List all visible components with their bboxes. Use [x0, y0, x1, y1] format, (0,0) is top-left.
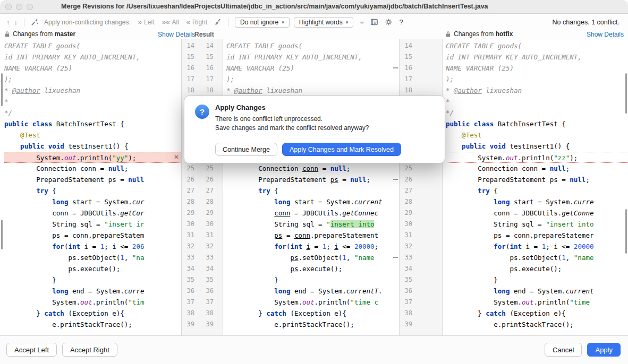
code-token: PreparedStatement ps =: [4, 176, 128, 184]
highlight-mode-dropdown[interactable]: Highlight words ▾: [294, 17, 354, 28]
apply-nonconflicting-button[interactable]: [31, 18, 39, 26]
code-token: "name: [574, 254, 594, 262]
gutter-line: 2727: [182, 185, 223, 196]
help-button[interactable]: ?: [399, 18, 403, 26]
gutter-line: 26: [400, 174, 442, 185]
left-code-panel[interactable]: CREATE TABLE goods(id INT PRIMARY KEY AU…: [0, 39, 181, 335]
gutter-line: 3434: [182, 263, 223, 274]
code-line: ps = conn.prepareStatement: [226, 230, 399, 241]
code-line: }: [226, 274, 399, 285]
code-line: for(int i = 1; i <= 20000: [446, 241, 628, 252]
show-details-link-left[interactable]: Show Details: [158, 31, 195, 38]
line-number: 30: [401, 219, 412, 230]
apply-all-button[interactable]: »« All: [162, 18, 179, 26]
code-token: ps: [290, 265, 298, 273]
code-token: */: [4, 109, 12, 117]
result-code-panel[interactable]: CREATE TABLE goods(id INT PRIMARY KEY AU…: [223, 39, 399, 335]
settings-button[interactable]: [385, 18, 393, 26]
gutter-line: 29: [400, 207, 442, 219]
apply-right-label: Right: [192, 19, 207, 26]
code-line: public class BatchInsertTest {: [446, 118, 628, 129]
code-token: CREATE TABLE goods(: [226, 42, 302, 50]
scrollbar-mark[interactable]: [1, 73, 3, 106]
ignore-policy-dropdown[interactable]: Do not ignore ▾: [235, 17, 290, 28]
conflict-dismiss-icon[interactable]: ✕: [174, 152, 179, 163]
show-details-link-right[interactable]: Show Details: [587, 31, 624, 38]
left-panel-title: Changes from master: [13, 30, 75, 38]
code-token: .println(: [315, 298, 351, 306]
toolbar: ↑ ↓ Apply non-conflicting changes: » Lef…: [0, 14, 628, 30]
editor-settings-button[interactable]: [370, 18, 378, 26]
code-token: "name: [354, 254, 375, 262]
next-difference-button[interactable]: ↓: [14, 18, 18, 26]
gutter-line: 3333: [182, 252, 223, 263]
close-button[interactable]: [5, 4, 12, 10]
code-line: @Test: [446, 129, 628, 141]
code-token: i =: [522, 242, 542, 250]
toolbar-divider: [24, 18, 24, 27]
code-line: String sql = "insert into: [226, 219, 399, 230]
apply-right-button[interactable]: « Right: [186, 18, 207, 26]
line-number: 15: [201, 51, 214, 63]
code-token: );: [446, 75, 454, 83]
gutter-line: 1414: [182, 40, 223, 51]
gutter-line: 1515: [182, 51, 223, 63]
code-line: *: [446, 96, 628, 107]
gutter-line: 25: [400, 163, 442, 174]
code-token: long: [226, 287, 290, 295]
prev-difference-button[interactable]: ↑: [6, 18, 10, 26]
line-number: 17: [201, 74, 214, 85]
code-token: "na: [132, 254, 145, 262]
gutter-line: 1616: [182, 63, 223, 74]
code-token: ;: [585, 176, 590, 184]
code-token: 1: [342, 254, 346, 262]
code-token: ps.setObject(: [4, 254, 120, 262]
scrollbar-mark[interactable]: [1, 220, 3, 249]
code-line: @Test: [4, 129, 181, 141]
code-token: 1: [120, 254, 124, 262]
continue-merge-button[interactable]: Continue Merge: [215, 143, 277, 156]
code-line: try {: [446, 185, 628, 196]
code-token: );: [570, 154, 578, 162]
code-token: Connection: [226, 164, 302, 172]
code-token: null: [550, 164, 566, 172]
line-number: 16: [401, 63, 412, 74]
line-number: 26: [201, 174, 214, 185]
code-token: }: [4, 276, 56, 284]
apply-mark-resolved-button[interactable]: Apply Changes and Mark Resolved: [282, 143, 401, 156]
code-token: lixueshan: [262, 86, 302, 94]
code-token: long: [4, 198, 68, 206]
window-title: Merge Revisions for /Users/lixueshan/Ide…: [61, 3, 488, 10]
code-line: long end = System.currentT.: [226, 285, 399, 297]
code-token: NAME VARCHAR (25): [446, 64, 514, 72]
right-code-panel[interactable]: CREATE TABLE goods(id INT PRIMARY KEY AU…: [443, 39, 628, 335]
line-number: 27: [401, 185, 412, 196]
right-panel-header: Changes from hotfix: [445, 30, 513, 38]
cancel-button[interactable]: Cancel: [545, 343, 582, 357]
minimize-button[interactable]: [16, 4, 22, 10]
apply-button[interactable]: Apply: [587, 343, 621, 357]
scrollbar-mark[interactable]: [625, 209, 627, 254]
scrollbar-mark[interactable]: [625, 73, 627, 114]
gutter-line: 28: [400, 196, 442, 207]
apply-left-button[interactable]: » Left: [138, 18, 155, 26]
code-line: );: [4, 74, 181, 85]
broom-button[interactable]: [214, 18, 222, 26]
code-token: null: [128, 176, 144, 184]
code-line: NAME VARCHAR (25): [4, 63, 181, 74]
accept-right-button[interactable]: Accept Right: [62, 343, 117, 357]
line-number: 14: [201, 40, 214, 51]
code-token: [226, 265, 290, 273]
code-token: try: [446, 187, 490, 195]
collapse-unchanged-button[interactable]: ÷: [360, 18, 364, 27]
code-token: 1: [562, 254, 566, 262]
line-number: 31: [401, 230, 412, 241]
right-gutter: 1415161718192021222324252627282930313233…: [399, 39, 443, 335]
code-token: [302, 242, 307, 250]
code-token: *: [446, 86, 454, 94]
code-token: long: [226, 198, 290, 206]
line-number: 26: [182, 174, 194, 185]
accept-left-button[interactable]: Accept Left: [6, 343, 57, 357]
code-line: * @author lixueshan: [4, 85, 181, 96]
zoom-button[interactable]: [27, 4, 33, 10]
